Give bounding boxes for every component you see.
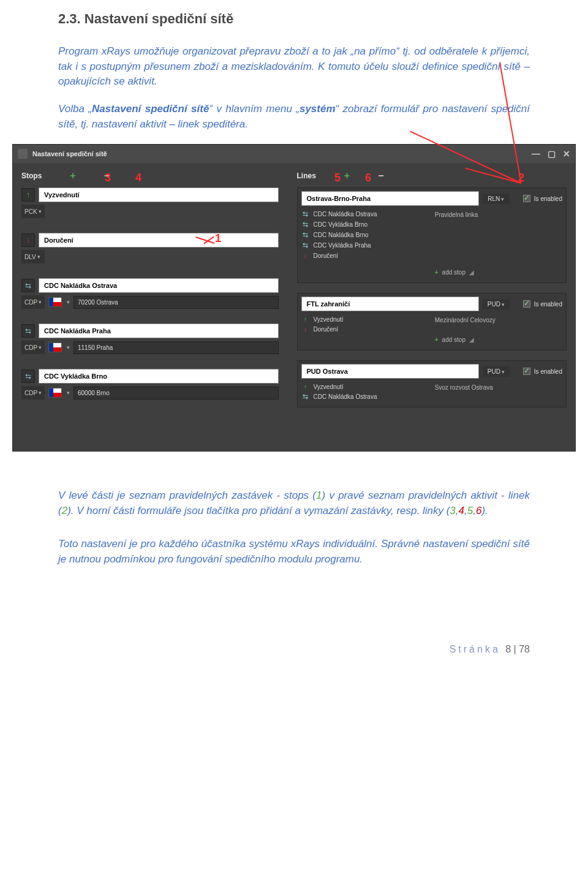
arrow-up-icon[interactable]: ↑ xyxy=(21,188,35,202)
transfer-icon: ⇆ xyxy=(301,241,310,249)
transfer-icon[interactable]: ⇆ xyxy=(21,369,35,383)
paragraph-below-1: V levé části je seznam pravidelných zast… xyxy=(58,488,530,518)
chevron-down-icon: ▾ xyxy=(39,390,42,396)
transfer-icon[interactable]: ⇆ xyxy=(21,279,35,292)
arrow-down-icon[interactable]: ↓ xyxy=(21,233,35,247)
stop-block: ⇆ CDC Nakládka Praha CDP▾ ▾ 11150 Praha xyxy=(21,323,279,354)
footer-label: Stránka xyxy=(450,644,500,654)
line-item[interactable]: ↓Doručení xyxy=(301,324,429,334)
line-item[interactable]: ⇆CDC Nakládka Brno xyxy=(301,230,429,240)
stop-code[interactable]: PCK▾ xyxy=(21,205,45,218)
stop-block: ↓ Doručení DLV▾ xyxy=(21,233,279,263)
stop-code[interactable]: CDP▾ xyxy=(21,341,45,354)
stop-code[interactable]: CDP▾ xyxy=(21,295,45,309)
line-name-input[interactable]: PUD Ostrava xyxy=(301,364,479,379)
plus-icon[interactable]: + xyxy=(435,269,439,276)
flag-icon[interactable] xyxy=(48,388,62,398)
ref-6: 6 xyxy=(476,505,481,516)
line-note-text: Svoz rozvost Ostrava xyxy=(435,384,562,391)
footer-page: 8 | 78 xyxy=(505,644,530,654)
stop-block: ↑ Vyzvednutí PCK▾ xyxy=(21,187,279,218)
add-stop-label[interactable]: add stop xyxy=(442,269,466,276)
stops-column: Stops + − ↑ Vyzvednutí PCK▾ ↓ xyxy=(21,170,279,451)
plus-icon[interactable]: + xyxy=(435,336,439,343)
transfer-icon: ⇆ xyxy=(301,393,310,401)
flag-icon[interactable] xyxy=(48,342,62,352)
add-stop-label[interactable]: add stop xyxy=(442,336,466,343)
postal-input[interactable]: 11150 Praha xyxy=(74,341,279,354)
arrow-up-icon: ↑ xyxy=(301,383,310,390)
ref-3: 3 xyxy=(450,505,455,516)
chevron-down-icon: ▾ xyxy=(39,344,42,350)
stop-name-input[interactable]: CDC Nakládka Praha xyxy=(39,323,279,338)
postal-input[interactable]: 70200 Ostrava xyxy=(74,296,279,309)
enabled-label: Is enabled xyxy=(534,195,562,202)
line-code[interactable]: PUD▾ xyxy=(483,366,510,377)
stop-name-input[interactable]: Doručení xyxy=(39,233,279,248)
arrow-down-icon: ↓ xyxy=(301,252,310,259)
line-item[interactable]: ↓Doručení xyxy=(301,251,429,260)
transfer-icon: ⇆ xyxy=(301,210,310,218)
line-code[interactable]: PUD▾ xyxy=(483,299,510,309)
paragraph-intro-1: Program xRays umožňuje organizovat přepr… xyxy=(58,44,530,89)
add-stop-button[interactable]: + xyxy=(70,170,75,181)
stop-code[interactable]: CDP▾ xyxy=(21,386,45,399)
close-button[interactable]: ✕ xyxy=(563,149,570,159)
lines-label: Lines xyxy=(297,172,316,180)
pin-icon[interactable]: ◢ xyxy=(469,269,474,276)
add-line-button[interactable]: + xyxy=(344,170,350,181)
line-item[interactable]: ⇆CDC Vykládka Brno xyxy=(301,219,429,230)
line-code[interactable]: RLN▾ xyxy=(483,194,510,204)
page-footer: Stránka 8 | 78 xyxy=(58,644,530,655)
stop-name-input[interactable]: Vyzvednutí xyxy=(39,187,279,202)
enabled-checkbox[interactable] xyxy=(523,368,530,375)
line-note-text: Mezinárodní Celovozy xyxy=(435,317,562,323)
text: Volba „ xyxy=(58,103,92,115)
line-item[interactable]: ↑Vyzvednutí xyxy=(301,382,429,392)
enabled-checkbox[interactable] xyxy=(523,300,530,308)
bold-term-1: Nastavení spediční sítě xyxy=(92,103,209,115)
chevron-down-icon: ▾ xyxy=(37,254,40,260)
chevron-down-icon: ▾ xyxy=(39,299,42,305)
maximize-button[interactable]: ▢ xyxy=(548,149,556,159)
line-name-input[interactable]: Ostrava-Brno-Praha xyxy=(301,191,479,206)
transfer-icon: ⇆ xyxy=(301,231,310,239)
flag-icon[interactable] xyxy=(48,297,62,307)
stop-block: ⇆ CDC Vykládka Brno CDP▾ ▾ 60000 Brno xyxy=(21,369,279,399)
ref-5: 5 xyxy=(467,505,473,516)
line-item[interactable]: ⇆CDC Nakládka Ostrava xyxy=(301,209,429,219)
arrow-up-icon: ↑ xyxy=(301,316,310,323)
enabled-checkbox[interactable] xyxy=(523,195,530,202)
minimize-button[interactable]: — xyxy=(532,149,540,159)
chevron-down-icon: ▾ xyxy=(67,390,70,396)
line-block: PUD Ostrava PUD▾ Is enabled ↑Vyzvednutí … xyxy=(297,360,567,407)
paragraph-below-2: Toto nastavení je pro každého účastníka … xyxy=(58,537,530,567)
paragraph-intro-2: Volba „Nastavení spediční sítě“ v hlavní… xyxy=(58,102,530,132)
line-item[interactable]: ⇆CDC Nakládka Ostrava xyxy=(301,392,429,402)
postal-input[interactable]: 60000 Brno xyxy=(74,387,279,399)
window-title: Nastavení spediční sítě xyxy=(32,150,107,157)
remove-stop-button[interactable]: − xyxy=(104,170,110,181)
remove-line-button[interactable]: − xyxy=(378,170,383,181)
enabled-label: Is enabled xyxy=(534,301,562,308)
chevron-down-icon: ▾ xyxy=(39,208,42,214)
line-block: FTL zahraničí PUD▾ Is enabled ↑Vyzvednut… xyxy=(297,293,567,350)
stop-code[interactable]: DLV▾ xyxy=(21,250,45,263)
stop-name-input[interactable]: CDC Nakládka Ostrava xyxy=(39,278,279,293)
transfer-icon: ⇆ xyxy=(301,221,310,229)
line-note-text: Pravidelná linka xyxy=(435,211,562,218)
line-block: Ostrava-Brno-Praha RLN▾ Is enabled ⇆CDC … xyxy=(297,187,567,283)
transfer-icon[interactable]: ⇆ xyxy=(21,324,35,338)
stop-name-input[interactable]: CDC Vykládka Brno xyxy=(39,369,279,384)
line-name-input[interactable]: FTL zahraničí xyxy=(301,297,479,311)
line-item[interactable]: ⇆CDC Vykládka Praha xyxy=(301,240,429,251)
window-controls: — ▢ ✕ xyxy=(532,149,570,159)
ref-2: 2 xyxy=(62,505,67,516)
chevron-down-icon: ▾ xyxy=(67,344,70,350)
arrow-down-icon: ↓ xyxy=(301,325,310,333)
stops-label: Stops xyxy=(21,172,42,180)
enabled-label: Is enabled xyxy=(534,368,562,375)
pin-icon[interactable]: ◢ xyxy=(469,336,474,343)
text: “ v hlavním menu „ xyxy=(209,103,300,115)
line-item[interactable]: ↑Vyzvednutí xyxy=(301,314,429,324)
